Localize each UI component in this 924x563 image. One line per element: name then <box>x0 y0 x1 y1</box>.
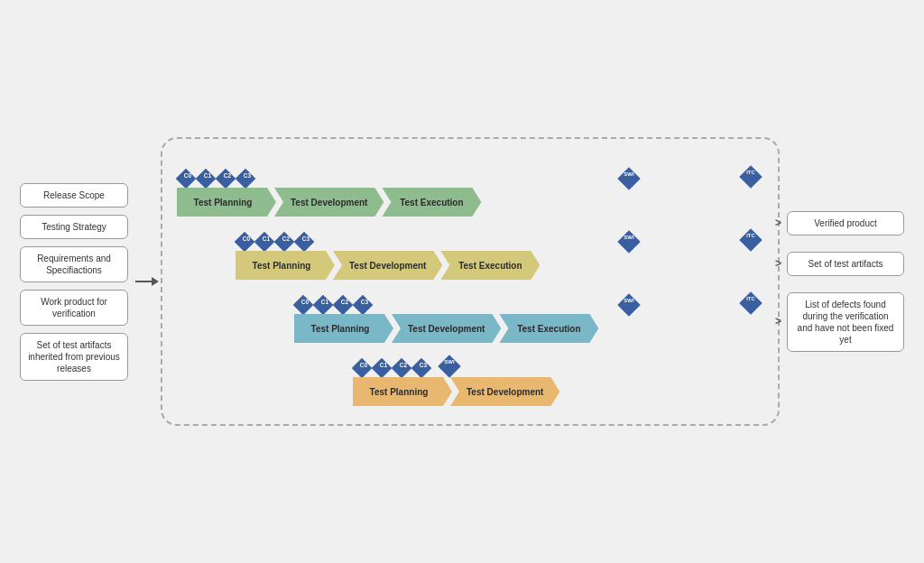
badge-c1-row3: C1 <box>314 296 332 314</box>
arrow-line <box>135 281 153 282</box>
badge-swi-row4: SWI <box>439 355 460 377</box>
phase-test-execution-yellow: Test Execution <box>440 251 540 280</box>
phase-row-blue: Test Planning Test Development Test Exec… <box>294 314 763 343</box>
badge-c0-row4: C0 <box>353 359 371 377</box>
phase-test-development-blue: Test Development <box>392 314 501 343</box>
badge-c3-row2: C3 <box>295 233 313 251</box>
input-requirements: Requirements and Specifiactions <box>20 246 128 282</box>
input-testing-strategy: Testing Strategy <box>20 215 128 239</box>
badge-c2-row1: C2 <box>217 170 235 188</box>
badge-c1-row1: C1 <box>197 170 215 188</box>
phase-test-development-green: Test Development <box>274 188 383 217</box>
input-test-artifacts: Set of test artifacts inherited from pre… <box>20 333 128 381</box>
badge-c0-row2: C0 <box>236 233 254 251</box>
badge-c0-row3: C0 <box>294 296 312 314</box>
badge-c3-row1: C3 <box>236 170 254 188</box>
row-orange: C0 C1 C2 C3 SWI <box>353 355 763 406</box>
right-outputs-panel: Verified product Set of test artifacts L… <box>787 211 904 352</box>
output-verified-product: Verified product <box>787 211 904 235</box>
main-process-box: C0 C1 C2 C3 SWI <box>161 137 780 426</box>
phase-row-yellow: Test Planning Test Development Test Exec… <box>236 251 763 280</box>
badge-swi-row1: SWI <box>618 168 640 189</box>
phase-row-green: Test Planning Test Development Test Exec… <box>177 188 763 217</box>
main-arrow <box>135 281 153 282</box>
phase-test-execution-blue: Test Execution <box>499 314 598 343</box>
input-work-product: Work product for verification <box>20 290 128 326</box>
badge-c3-row4: C3 <box>412 359 430 377</box>
badge-swi-row2: SWI <box>618 231 640 253</box>
badge-swi-row3: SWI <box>618 294 640 316</box>
badge-c2-row4: C2 <box>393 359 411 377</box>
row-green: C0 C1 C2 C3 SWI <box>177 166 763 217</box>
input-release-scope: Release Scope <box>20 183 128 208</box>
badge-itc-row3: ITC <box>740 292 762 314</box>
phase-test-execution-green: Test Execution <box>382 188 481 217</box>
badge-c0-row1: C0 <box>177 170 195 188</box>
badge-itc-row1: ITC <box>740 166 762 188</box>
phase-row-orange: Test Planning Test Development <box>353 377 763 406</box>
phase-test-development-orange: Test Development <box>450 377 559 406</box>
phase-test-planning-yellow: Test Planning <box>236 251 335 280</box>
diagram-container: Release Scope Testing Strategy Requireme… <box>20 29 904 534</box>
badge-c1-row4: C1 <box>373 359 391 377</box>
phase-test-planning-blue: Test Planning <box>294 314 393 343</box>
phase-test-development-yellow: Test Development <box>333 251 442 280</box>
badge-c3-row3: C3 <box>354 296 372 314</box>
phase-test-planning-orange: Test Planning <box>353 377 452 406</box>
output-test-artifacts: Set of test artifacts <box>787 252 904 276</box>
phase-test-planning-green: Test Planning <box>177 188 276 217</box>
badge-c2-row2: C2 <box>275 233 293 251</box>
left-inputs-panel: Release Scope Testing Strategy Requireme… <box>20 183 128 381</box>
badge-itc-row2: ITC <box>740 229 762 251</box>
output-defects-list: List of defects found during the verific… <box>787 292 904 352</box>
badge-c2-row3: C2 <box>334 296 352 314</box>
row-yellow: C0 C1 C2 C3 SWI <box>236 229 763 280</box>
badge-c1-row2: C1 <box>255 233 273 251</box>
row-blue: C0 C1 C2 C3 SWI <box>294 292 763 343</box>
